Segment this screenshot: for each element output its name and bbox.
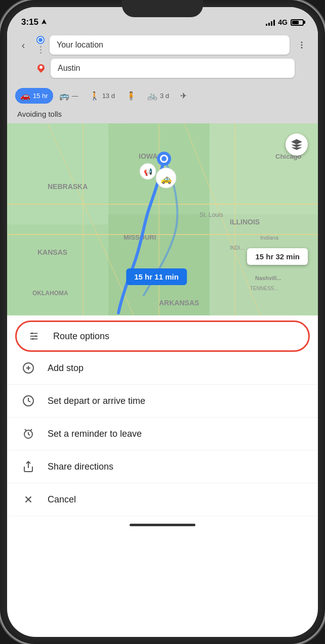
svg-point-43 bbox=[32, 338, 34, 340]
phone-frame: 3:15 4G ‹ bbox=[0, 0, 325, 644]
svg-text:🚕: 🚕 bbox=[160, 173, 172, 185]
map-svg: NEBRASKA IOWA Chicago KANSAS MISSOURI IL… bbox=[7, 123, 318, 315]
route-options-label: Route options bbox=[53, 331, 109, 342]
layers-button[interactable] bbox=[286, 133, 308, 156]
transport-flight[interactable]: ✈ bbox=[175, 88, 192, 104]
transport-walk2[interactable]: 🧍 bbox=[121, 88, 141, 104]
x-icon bbox=[21, 492, 35, 507]
svg-text:ARKANSAS: ARKANSAS bbox=[159, 299, 199, 307]
route-options-container: Route options bbox=[7, 315, 318, 352]
svg-text:TENNESS...: TENNESS... bbox=[250, 286, 278, 291]
transport-car[interactable]: 🚗 15 hr bbox=[15, 88, 53, 104]
origin-input[interactable]: Your location bbox=[50, 35, 290, 55]
back-button[interactable]: ‹ bbox=[15, 37, 31, 53]
map-area[interactable]: NEBRASKA IOWA Chicago KANSAS MISSOURI IL… bbox=[7, 123, 318, 315]
car-icon: 🚗 bbox=[20, 91, 30, 101]
status-icons: 4G bbox=[266, 18, 304, 26]
svg-text:NEBRASKA: NEBRASKA bbox=[48, 182, 88, 191]
network-label: 4G bbox=[278, 18, 288, 26]
share-label: Share directions bbox=[48, 462, 113, 472]
svg-text:IOWA: IOWA bbox=[139, 152, 157, 160]
bottom-sheet: Route options Add stop bbox=[7, 315, 318, 533]
transport-bar: 🚗 15 hr 🚌 — 🚶 13 d 🧍 🚲 3 d ✈ bbox=[7, 86, 318, 108]
bike-icon: 🚲 bbox=[147, 91, 157, 101]
route-options-item[interactable]: Route options bbox=[15, 320, 310, 352]
svg-text:INDI...: INDI... bbox=[230, 245, 244, 251]
plus-circle-icon bbox=[21, 361, 35, 375]
signal-bars bbox=[266, 19, 275, 26]
add-stop-item[interactable]: Add stop bbox=[7, 352, 318, 385]
avoiding-tolls-bar: Avoiding tolls bbox=[7, 108, 318, 123]
svg-point-3 bbox=[301, 47, 303, 49]
transport-walk[interactable]: 🚶 13 d bbox=[85, 88, 120, 104]
transport-transit[interactable]: 🚌 — bbox=[54, 88, 84, 104]
origin-row: ‹ Your location bbox=[15, 35, 310, 55]
route-connector bbox=[40, 46, 42, 54]
svg-text:📢: 📢 bbox=[144, 168, 153, 176]
share-icon bbox=[21, 459, 35, 474]
more-button[interactable] bbox=[294, 37, 310, 53]
destination-input[interactable]: Austin bbox=[51, 59, 295, 78]
share-item[interactable]: Share directions bbox=[7, 450, 318, 483]
alarm-icon bbox=[21, 427, 35, 441]
destination-row: Austin bbox=[15, 59, 310, 78]
secondary-time-badge: 15 hr 32 min bbox=[247, 248, 308, 265]
nav-header: ‹ Your location bbox=[7, 32, 318, 86]
home-bar bbox=[130, 524, 195, 526]
clock-icon bbox=[21, 394, 35, 408]
reminder-item[interactable]: Set a reminder to leave bbox=[7, 418, 318, 450]
svg-text:St. Louis: St. Louis bbox=[199, 211, 223, 218]
svg-point-1 bbox=[301, 41, 303, 43]
home-indicator bbox=[7, 516, 318, 533]
depart-arrive-label: Set depart or arrive time bbox=[48, 396, 145, 406]
svg-point-42 bbox=[35, 335, 37, 337]
primary-time-badge: 15 hr 11 min bbox=[126, 268, 187, 285]
svg-line-50 bbox=[30, 429, 32, 431]
depart-arrive-item[interactable]: Set depart or arrive time bbox=[7, 385, 318, 418]
svg-line-49 bbox=[25, 429, 27, 431]
phone-screen: 3:15 4G ‹ bbox=[7, 7, 318, 637]
add-stop-label: Add stop bbox=[48, 363, 84, 374]
svg-text:OKLAHOMA: OKLAHOMA bbox=[32, 290, 68, 297]
reminder-label: Set a reminder to leave bbox=[48, 429, 142, 439]
flight-icon: ✈ bbox=[180, 91, 187, 101]
status-time: 3:15 bbox=[21, 17, 47, 27]
svg-rect-8 bbox=[7, 224, 108, 315]
battery-icon bbox=[291, 19, 304, 26]
svg-text:Nashvill...: Nashvill... bbox=[255, 275, 281, 281]
destination-pin bbox=[37, 64, 45, 72]
svg-marker-0 bbox=[42, 19, 47, 24]
svg-text:KANSAS: KANSAS bbox=[37, 248, 67, 256]
transport-bike[interactable]: 🚲 3 d bbox=[142, 88, 174, 104]
svg-text:ILLINOIS: ILLINOIS bbox=[230, 218, 260, 226]
cancel-item[interactable]: Cancel bbox=[7, 483, 318, 516]
swap-button[interactable] bbox=[299, 61, 310, 75]
svg-point-33 bbox=[161, 156, 167, 161]
avoiding-tolls-label: Avoiding tolls bbox=[17, 110, 62, 118]
svg-point-41 bbox=[31, 333, 33, 335]
walk2-icon: 🧍 bbox=[126, 91, 136, 101]
svg-rect-5 bbox=[7, 123, 108, 224]
svg-point-2 bbox=[301, 44, 303, 46]
notch bbox=[122, 0, 203, 17]
svg-text:Indiana: Indiana bbox=[260, 235, 279, 241]
origin-dot bbox=[37, 37, 44, 43]
sliders-icon bbox=[27, 329, 41, 343]
walk-icon: 🚶 bbox=[90, 91, 100, 101]
transit-icon: 🚌 bbox=[59, 91, 69, 101]
cancel-label: Cancel bbox=[48, 494, 76, 505]
